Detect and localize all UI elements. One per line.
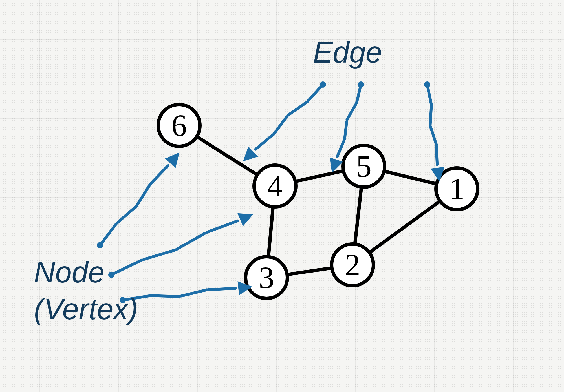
node-annotation-arrow-0-segment (149, 163, 170, 185)
edge-annotation-arrow-1-segment (343, 120, 348, 141)
graph-node-label: 2 (345, 249, 360, 280)
node-annotation-arrow-2-segment (207, 287, 237, 291)
graph-node-label: 6 (171, 110, 187, 141)
node-annotation-arrow-0-segment (115, 205, 138, 225)
graph-node-label: 5 (356, 151, 372, 182)
graph-node-4: 4 (252, 163, 298, 209)
graph-node-2: 2 (330, 242, 375, 287)
edge-annotation-arrow-2-segment (429, 104, 433, 126)
diagram-canvas: Edge Node (Vertex) 123456 (0, 0, 564, 392)
edge-annotation-arrow-2-segment (435, 145, 439, 166)
node-label-line1: Node (34, 254, 138, 291)
edge-annotation-arrow-0-segment (305, 84, 324, 104)
graph-node-label: 1 (449, 173, 465, 204)
node-annotation-arrow-1-segment (205, 219, 239, 234)
edge-annotation-arrow-0-segment (286, 101, 308, 117)
edge-annotation-arrow-2-segment (426, 84, 433, 106)
edge-annotation-arrow-0-segment (272, 115, 289, 136)
edge-annotation-arrow-0-segment (254, 133, 274, 151)
node-annotation-arrow-1-segment (175, 231, 207, 251)
node-annotation-arrow-1-segment (142, 248, 177, 261)
graph-node-5: 5 (341, 144, 386, 189)
node-annotation-arrow-2-segment (179, 288, 209, 298)
edge-annotation-arrow-1-segment (345, 102, 358, 121)
graph-node-6: 6 (157, 103, 202, 148)
node-annotation-arrow-2-segment (151, 294, 180, 298)
node-annotation-arrow-0-segment (99, 222, 118, 246)
edge-annotation-arrow-1-segment (355, 84, 362, 105)
graph-node-label: 4 (267, 170, 283, 201)
node-label-line2: (Vertex) (34, 291, 138, 327)
node-annotation-arrow-0-segment (135, 183, 152, 207)
graph-node-label: 3 (259, 262, 274, 293)
edge-label: Edge (313, 34, 382, 71)
node-vertex-label: Node (Vertex) (34, 254, 138, 328)
edge-annotation-arrow-2-segment (429, 125, 438, 146)
